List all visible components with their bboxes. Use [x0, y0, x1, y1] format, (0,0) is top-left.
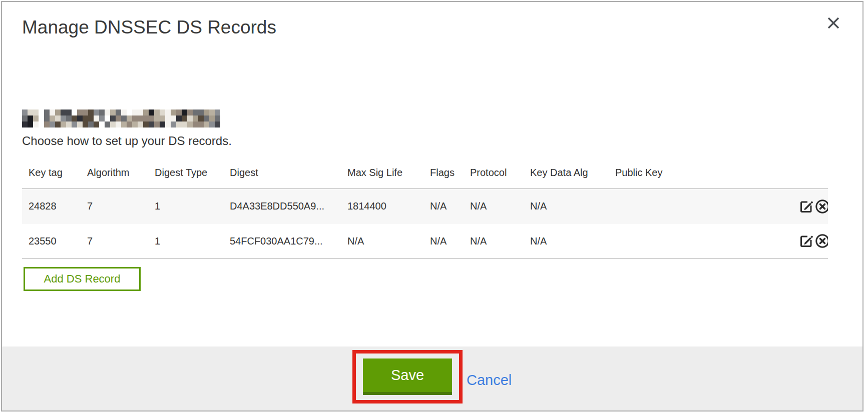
cell-actions [792, 224, 828, 259]
add-ds-record-button[interactable]: Add DS Record [24, 267, 141, 291]
cell-digest: D4A33E8DD550A9... [223, 189, 341, 224]
col-header-digest: Digest [223, 158, 341, 189]
cell-protocol: N/A [464, 189, 524, 224]
col-header-actions [792, 158, 828, 189]
col-header-digest-type: Digest Type [148, 158, 223, 189]
save-button[interactable]: Save [363, 358, 452, 395]
close-icon[interactable] [825, 15, 841, 31]
cell-key-tag: 24828 [22, 189, 81, 224]
page-title: Manage DNSSEC DS Records [22, 17, 862, 38]
cell-digest-type: 1 [148, 189, 223, 224]
delete-record-icon[interactable] [814, 198, 828, 214]
cell-max-sig-life: N/A [341, 224, 423, 259]
cell-flags: N/A [423, 189, 464, 224]
cell-max-sig-life: 1814400 [341, 189, 423, 224]
edit-record-icon[interactable] [798, 198, 814, 214]
table-row: 24828 7 1 D4A33E8DD550A9... 1814400 N/A … [22, 189, 828, 224]
cell-key-data-alg: N/A [524, 189, 609, 224]
cell-public-key [609, 189, 792, 224]
save-annotation-box: Save [352, 350, 463, 404]
cell-key-data-alg: N/A [524, 224, 609, 259]
col-header-max-sig-life: Max Sig Life [341, 158, 423, 189]
col-header-key-tag: Key tag [22, 158, 81, 189]
cell-protocol: N/A [464, 224, 524, 259]
cell-algorithm: 7 [81, 189, 148, 224]
cell-algorithm: 7 [81, 224, 148, 259]
dialog-footer: Save Cancel [2, 346, 862, 410]
cell-public-key [609, 224, 792, 259]
col-header-flags: Flags [423, 158, 464, 189]
ds-records-table: Key tag Algorithm Digest Type Digest Max… [22, 158, 828, 259]
blurred-domain-name [22, 110, 220, 128]
col-header-algorithm: Algorithm [81, 158, 148, 189]
edit-record-icon[interactable] [798, 233, 814, 249]
cancel-link[interactable]: Cancel [467, 372, 512, 388]
col-header-public-key: Public Key [609, 158, 792, 189]
manage-dnssec-dialog: Manage DNSSEC DS Records Choose how to s… [1, 1, 863, 412]
table-header-row: Key tag Algorithm Digest Type Digest Max… [22, 158, 828, 189]
col-header-key-data-alg: Key Data Alg [524, 158, 609, 189]
cell-digest-type: 1 [148, 224, 223, 259]
instruction-text: Choose how to set up your DS records. [22, 134, 862, 148]
cell-actions [792, 189, 828, 224]
table-row: 23550 7 1 54FCF030AA1C79... N/A N/A N/A … [22, 224, 828, 259]
col-header-protocol: Protocol [464, 158, 524, 189]
cell-digest: 54FCF030AA1C79... [223, 224, 341, 259]
delete-record-icon[interactable] [814, 233, 828, 249]
cell-key-tag: 23550 [22, 224, 81, 259]
cell-flags: N/A [423, 224, 464, 259]
